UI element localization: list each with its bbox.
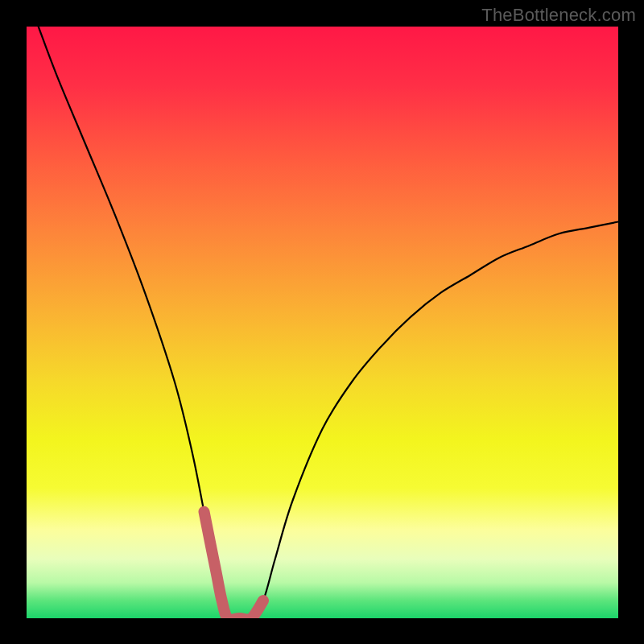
bottleneck-curve-line <box>39 27 618 618</box>
chart-frame: TheBottleneck.com <box>0 0 644 644</box>
plot-area <box>27 27 618 618</box>
watermark-text: TheBottleneck.com <box>481 5 636 26</box>
curve-layer <box>27 27 618 618</box>
optimal-range-highlight <box>204 512 264 618</box>
